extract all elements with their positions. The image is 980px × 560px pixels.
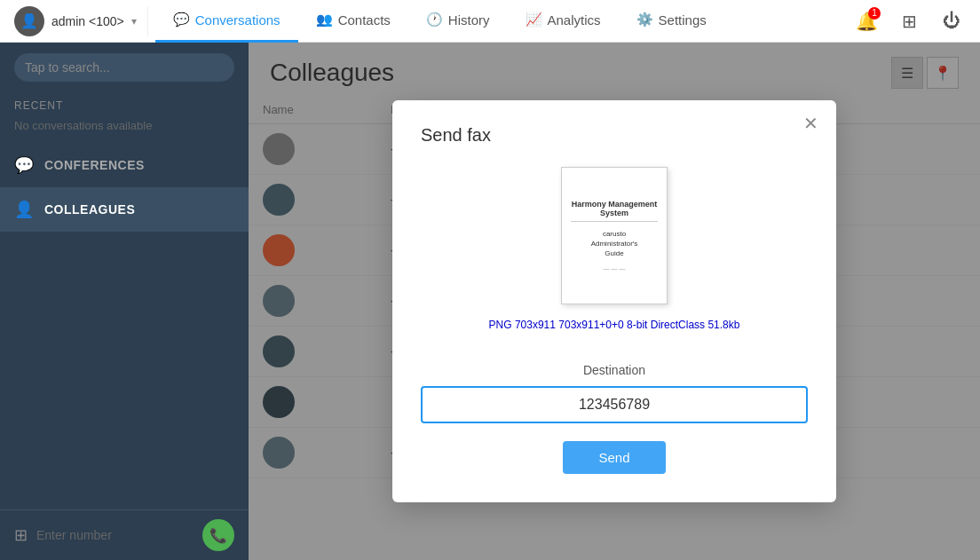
fax-preview: Harmony Management System carusto Admini… (421, 167, 808, 349)
send-fax-modal: Send fax ✕ Harmony Management System car… (392, 100, 836, 502)
tab-conversations[interactable]: 💬 Conversations (155, 0, 298, 43)
no-conversations-text: No conversations available (0, 115, 249, 143)
power-button[interactable]: ⏻ (937, 7, 966, 35)
modal-overlay: Send fax ✕ Harmony Management System car… (249, 43, 980, 560)
fax-doc-footer: — — — (604, 265, 626, 272)
admin-name: admin <100> (51, 14, 124, 28)
fax-doc-body: carusto Administrator's Guide (591, 229, 638, 259)
main-layout: RECENT No conversations available 💬 CONF… (0, 43, 980, 560)
tab-contacts[interactable]: 👥 Contacts (298, 0, 408, 43)
conferences-icon: 💬 (14, 155, 34, 175)
sidebar: RECENT No conversations available 💬 CONF… (0, 43, 249, 560)
search-input[interactable] (14, 53, 234, 82)
analytics-icon: 📈 (526, 12, 542, 28)
dialpad-icon[interactable]: ⊞ (14, 525, 28, 545)
call-button[interactable]: 📞 (202, 519, 234, 551)
notifications-button[interactable]: 🔔 1 (852, 7, 881, 35)
fax-document-preview: Harmony Management System carusto Admini… (561, 167, 668, 304)
colleagues-icon: 👤 (14, 200, 34, 219)
chevron-down-icon: ▾ (131, 15, 137, 28)
sidebar-bottom: ⊞ 📞 (0, 509, 249, 560)
sidebar-item-conferences[interactable]: 💬 CONFERENCES (0, 143, 249, 187)
send-button[interactable]: Send (563, 441, 665, 474)
admin-user-menu[interactable]: 👤 admin <100> ▾ (14, 6, 148, 36)
tab-analytics[interactable]: 📈 Analytics (508, 0, 619, 43)
top-navigation: 👤 admin <100> ▾ 💬 Conversations 👥 Contac… (0, 0, 980, 43)
nav-tabs: 💬 Conversations 👥 Contacts 🕐 History 📈 A… (155, 0, 852, 43)
recent-label: RECENT (0, 92, 249, 115)
destination-input[interactable] (421, 386, 808, 423)
close-button[interactable]: ✕ (803, 114, 818, 132)
tab-settings[interactable]: ⚙️ Settings (619, 0, 724, 43)
avatar: 👤 (14, 6, 44, 36)
modal-title: Send fax (421, 125, 808, 146)
sidebar-item-colleagues[interactable]: 👤 COLLEAGUES (0, 187, 249, 232)
destination-label: Destination (421, 363, 808, 377)
fax-doc-title: Harmony Management System (571, 200, 658, 222)
notification-badge: 1 (868, 7, 881, 20)
contacts-icon: 👥 (316, 12, 333, 28)
sidebar-search-container (0, 43, 249, 92)
conversations-icon: 💬 (173, 12, 190, 28)
grid-menu-button[interactable]: ⊞ (895, 7, 923, 35)
enter-number-input[interactable] (36, 528, 194, 542)
history-icon: 🕐 (426, 12, 443, 28)
fax-file-info: PNG 703x911 703x911+0+0 8-bit DirectClas… (489, 319, 740, 331)
tab-history[interactable]: 🕐 History (408, 0, 508, 43)
nav-right-icons: 🔔 1 ⊞ ⏻ (852, 7, 966, 35)
settings-icon: ⚙️ (636, 12, 653, 28)
content-area: Colleagues ☰ 📍 Name Location -----📍 вули… (249, 43, 980, 560)
